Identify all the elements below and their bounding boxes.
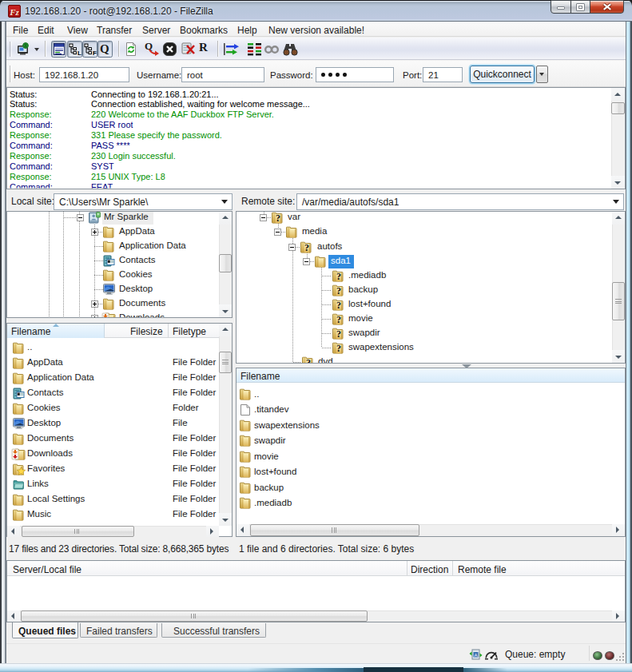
svg-text:?: ?: [336, 285, 341, 296]
svg-text:?: ?: [276, 213, 280, 224]
svg-text:L: L: [78, 50, 81, 57]
svg-text:?: ?: [306, 357, 311, 363]
svg-text:?: ?: [336, 328, 341, 340]
svg-text:?: ?: [336, 300, 341, 311]
svg-text:A: A: [474, 653, 477, 658]
svg-text:F: F: [93, 50, 97, 57]
svg-text:?: ?: [336, 343, 341, 354]
svg-text:?: ?: [336, 314, 341, 325]
svg-text:?: ?: [336, 271, 341, 282]
svg-text:?: ?: [304, 242, 309, 253]
svg-text:Fz: Fz: [9, 7, 19, 17]
